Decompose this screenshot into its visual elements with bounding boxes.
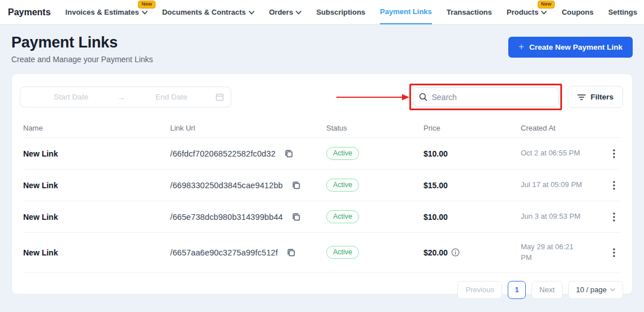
table-body: New Link /66fdcf702068522582fc0d32 Activ… (23, 138, 621, 273)
payment-links-table: Name Link Url Status Price Created At Ne… (12, 120, 632, 273)
link-name: New Link (23, 248, 58, 257)
link-name: New Link (23, 149, 58, 158)
new-badge: New (138, 1, 155, 8)
page-size-select[interactable]: 10 / page (568, 281, 623, 299)
pagination: Previous 1 Next 10 / page (12, 273, 632, 307)
table-row: New Link /6698330250d3845cae9412bb Activ… (23, 170, 621, 201)
link-url: /66fdcf702068522582fc0d32 (170, 149, 275, 158)
nav-item-orders[interactable]: Orders (269, 0, 302, 24)
page-header: Payment Links Create and Manage your Pay… (11, 34, 633, 64)
info-icon[interactable] (451, 248, 460, 257)
filter-icon (577, 94, 586, 101)
table-row: New Link /665e738dcb980b314399bb44 Activ… (23, 201, 621, 233)
created-at: Jul 17 at 05:09 PM (521, 180, 584, 190)
nav-item-label: Products (507, 8, 538, 16)
nav-item-settings[interactable]: Settings (608, 0, 637, 24)
plus-icon: + (518, 41, 524, 53)
chevron-down-icon (296, 11, 301, 15)
created-at: Jun 3 at 09:53 PM (521, 211, 584, 222)
created-at: Oct 2 at 06:55 PM (521, 148, 584, 159)
nav-item-label: Invoices & Estimates (66, 8, 139, 16)
nav-item-label: Settings (608, 8, 637, 16)
search-box[interactable] (413, 87, 559, 107)
range-arrow-icon: → (115, 93, 128, 102)
nav-item-label: Transactions (447, 8, 492, 16)
column-header-status: Status (326, 124, 423, 132)
nav-item-transactions[interactable]: Transactions (447, 0, 492, 24)
nav-items: New Invoices & Estimates Documents & Con… (66, 0, 644, 24)
annotation-highlight-box (409, 84, 562, 110)
filters-button[interactable]: Filters (568, 86, 623, 108)
page-number-button[interactable]: 1 (508, 281, 526, 299)
price-value: $10.00 (423, 213, 448, 222)
nav-item-invoices-estimates[interactable]: New Invoices & Estimates (66, 0, 148, 24)
chevron-down-icon (142, 11, 148, 15)
link-url: /665e738dcb980b314399bb44 (170, 213, 283, 222)
price-value: $20.00 (423, 248, 448, 257)
page-title: Payment Links (11, 34, 153, 51)
annotation-arrow (335, 93, 410, 101)
nav-item-label: Orders (269, 8, 293, 16)
page-subtitle: Create and Manage your Payment Links (11, 55, 153, 64)
column-header-price: Price (423, 124, 521, 132)
row-actions-menu-icon[interactable] (610, 148, 619, 159)
table-header-row: Name Link Url Status Price Created At (23, 120, 621, 138)
nav-item-label: Payment Links (380, 7, 432, 16)
nav-item-documents-contracts[interactable]: Documents & Contracts (162, 0, 254, 24)
row-actions-menu-icon[interactable] (610, 211, 619, 223)
payment-links-card: Start Date → End Date (11, 73, 633, 294)
table-row: New Link /66fdcf702068522582fc0d32 Activ… (23, 138, 621, 170)
page-size-label: 10 / page (576, 285, 607, 294)
copy-icon[interactable] (291, 211, 302, 223)
next-page-button[interactable]: Next (531, 281, 563, 299)
row-actions-menu-icon[interactable] (610, 247, 619, 258)
row-actions-menu-icon[interactable] (610, 180, 619, 191)
nav-item-products[interactable]: New Products (507, 0, 547, 24)
nav-item-coupons[interactable]: Coupons (561, 0, 593, 24)
create-button-label: Create New Payment Link (529, 43, 623, 51)
nav-item-subscriptions[interactable]: Subscriptions (316, 0, 365, 24)
toolbar: Start Date → End Date (12, 74, 632, 120)
top-navigation: Payments New Invoices & Estimates Docume… (0, 0, 644, 25)
copy-icon[interactable] (283, 148, 295, 159)
end-date-placeholder[interactable]: End Date (128, 93, 216, 101)
column-header-name: Name (23, 124, 170, 132)
date-range-picker[interactable]: Start Date → End Date (20, 86, 231, 107)
link-name: New Link (23, 213, 58, 222)
create-new-payment-link-button[interactable]: + Create New Payment Link (508, 37, 633, 58)
copy-icon[interactable] (291, 180, 302, 191)
nav-item-label: Documents & Contracts (162, 8, 246, 16)
filters-label: Filters (590, 93, 613, 101)
search-input[interactable] (431, 93, 552, 102)
new-badge: New (538, 1, 555, 8)
status-badge: Active (326, 179, 359, 192)
created-at: May 29 at 06:21 PM (521, 242, 584, 263)
link-url: /6698330250d3845cae9412bb (170, 181, 283, 190)
column-header-link-url: Link Url (170, 124, 326, 132)
nav-item-label: Coupons (561, 8, 593, 16)
link-name: New Link (23, 181, 58, 190)
price-value: $10.00 (423, 149, 448, 158)
table-row: New Link /6657aa6e90c3275a99fc512f Activ… (23, 233, 621, 273)
price-value: $15.00 (423, 181, 448, 190)
chevron-down-icon (249, 11, 254, 15)
status-badge: Active (326, 246, 359, 259)
copy-icon[interactable] (286, 247, 297, 258)
column-header-created-at: Created At (521, 124, 607, 132)
link-url: /6657aa6e90c3275a99fc512f (170, 248, 278, 257)
start-date-placeholder[interactable]: Start Date (27, 93, 115, 101)
nav-item-payment-links[interactable]: Payment Links (380, 0, 432, 24)
chevron-down-icon (541, 11, 547, 15)
calendar-icon (215, 93, 224, 101)
status-badge: Active (326, 210, 359, 223)
nav-item-label: Subscriptions (316, 8, 365, 16)
previous-page-button[interactable]: Previous (457, 281, 502, 299)
app-logo[interactable]: Payments (8, 0, 51, 24)
status-badge: Active (326, 147, 359, 160)
search-icon (419, 93, 427, 101)
chevron-down-icon (610, 288, 615, 292)
